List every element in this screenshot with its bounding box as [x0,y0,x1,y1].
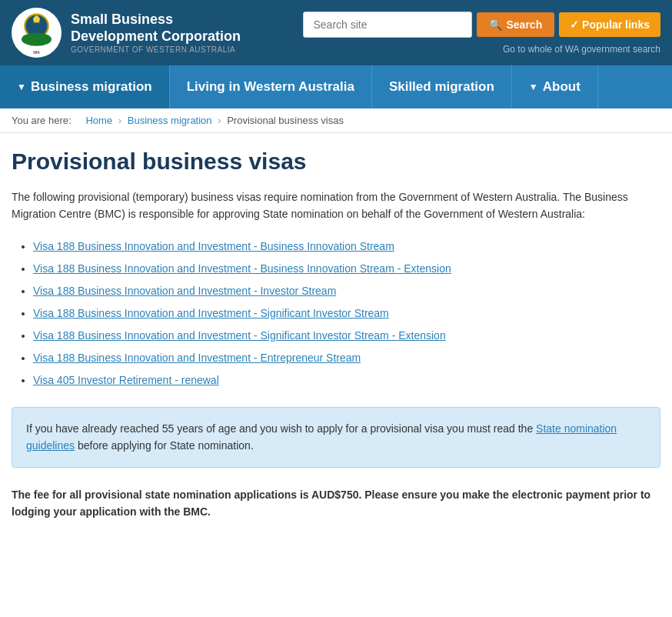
visa-list-item: Visa 188 Business Innovation and Investm… [33,238,660,255]
search-row: 🔍 Search ✓ Popular links [303,12,660,38]
search-input[interactable] [303,12,472,38]
breadcrumb: You are here: Home › Business migration … [0,108,672,133]
nav-item-business-migration[interactable]: ▼ Business migration [0,65,170,108]
intro-text: The following provisional (temporary) bu… [12,188,660,223]
info-box-suffix: before applying for State nomination. [75,439,254,452]
main-nav: ▼ Business migration Living in Western A… [0,65,672,108]
breadcrumb-current: Provisional business visas [227,115,344,126]
info-box-text: If you have already reached 55 years of … [26,422,536,435]
wa-search-link[interactable]: Go to whole of WA government search [503,42,660,55]
site-header: WA Small Business Development Corporatio… [0,0,672,65]
visa-list: Visa 188 Business Innovation and Investm… [12,238,660,389]
visa-link[interactable]: Visa 188 Business Innovation and Investm… [33,262,451,275]
visa-link[interactable]: Visa 188 Business Innovation and Investm… [33,307,389,319]
breadcrumb-separator-1 [77,115,80,126]
visa-link[interactable]: Visa 188 Business Innovation and Investm… [33,285,336,297]
org-main-name: Small Business [71,12,241,28]
visa-link[interactable]: Visa 188 Business Innovation and Investm… [33,240,394,252]
you-are-here-label: You are here: [12,115,72,126]
visa-list-item: Visa 188 Business Innovation and Investm… [33,328,660,344]
logo-area: WA Small Business Development Corporatio… [12,8,241,58]
info-box: If you have already reached 55 years of … [12,407,660,468]
visa-list-item: Visa 188 Business Innovation and Investm… [33,283,660,299]
breadcrumb-section[interactable]: Business migration [128,115,212,126]
fee-notice: The fee for all provisional state nomina… [12,486,660,521]
org-name-area: Small Business Development Corporation G… [71,12,241,53]
nav-item-living-wa[interactable]: Living in Western Australia [170,65,372,108]
svg-point-1 [22,33,52,46]
breadcrumb-home[interactable]: Home [85,115,112,126]
visa-link[interactable]: Visa 188 Business Innovation and Investm… [33,329,446,342]
logo-circle: WA [12,8,62,58]
search-button[interactable]: 🔍 Search [477,12,554,37]
search-icon: 🔍 [489,18,502,31]
page-title: Provisional business visas [12,148,660,175]
breadcrumb-arrow-2: › [218,115,221,126]
coat-of-arms-icon: WA [12,8,62,58]
visa-link[interactable]: Visa 405 Investor Retirement - renewal [33,374,219,386]
main-content: Provisional business visas The following… [0,133,672,535]
org-govt-label: GOVERNMENT OF WESTERN AUSTRALIA [71,45,241,54]
visa-link[interactable]: Visa 188 Business Innovation and Investm… [33,352,361,364]
fee-notice-bold: The fee for all provisional state nomina… [12,489,650,518]
popular-links-button[interactable]: ✓ Popular links [559,12,660,37]
svg-text:WA: WA [33,50,40,55]
visa-list-item: Visa 188 Business Innovation and Investm… [33,350,660,366]
chevron-down-icon: ▼ [17,82,26,92]
search-area: 🔍 Search ✓ Popular links Go to whole of … [303,12,660,55]
visa-list-item: Visa 188 Business Innovation and Investm… [33,261,660,277]
visa-list-item: Visa 405 Investor Retirement - renewal [33,372,660,389]
nav-item-about[interactable]: ▼ About [512,65,598,108]
chevron-down-icon-about: ▼ [529,82,538,92]
visa-list-item: Visa 188 Business Innovation and Investm… [33,305,660,322]
org-sub-name: Development Corporation [71,28,241,45]
nav-item-skilled-migration[interactable]: Skilled migration [372,65,512,108]
breadcrumb-arrow-1: › [118,115,121,126]
svg-point-3 [33,16,40,23]
